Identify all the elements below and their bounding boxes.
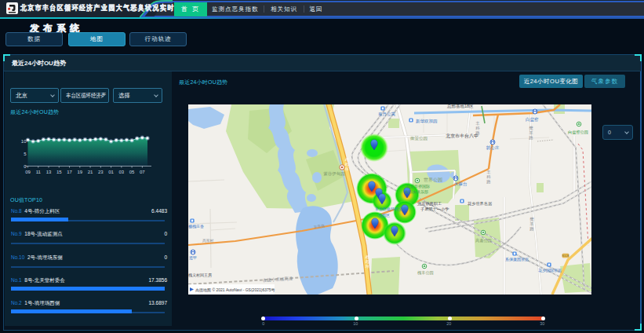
svg-text:07: 07 [140,170,145,174]
svg-text:13: 13 [46,170,52,174]
svg-text:路: 路 [486,179,491,184]
svg-text:榆槐庄香: 榆槐庄香 [188,224,204,229]
svg-text:高尔夫俱乐部: 高尔夫俱乐部 [405,189,428,195]
svg-text:新华双加园: 新华双加园 [416,119,438,124]
svg-text:路: 路 [475,130,480,135]
svg-text:15: 15 [56,170,62,174]
svg-text:北京铁路职工: 北京铁路职工 [417,201,442,207]
svg-text:看丹公寓: 看丹公寓 [378,112,396,117]
svg-text:路: 路 [529,226,534,231]
svg-text:17: 17 [67,170,72,174]
svg-text:造甲: 造甲 [189,255,197,260]
svg-text:09: 09 [25,170,31,174]
svg-text:白盆窑公园: 白盆窑公园 [568,130,588,135]
svg-text:北京华侨国际: 北京华侨国际 [406,184,430,189]
svg-text:世界公园: 世界公园 [424,177,442,183]
svg-text:花乡国际家居: 花乡国际家居 [538,268,562,273]
svg-text:槐丰公园: 槐丰公园 [417,270,434,276]
svg-text:高德地图 © 2021 AutoNavi - GS(2021: 高德地图 © 2021 AutoNavi - GS(2021)6375号 [195,287,275,293]
svg-text:高家村: 高家村 [202,238,214,243]
svg-text:23: 23 [98,170,104,174]
svg-text:高鑫公园: 高鑫公园 [475,238,492,243]
svg-text:05: 05 [129,170,135,174]
svg-text:郭公庄: 郭公庄 [486,145,500,151]
svg-text:槐义村回王房: 槐义村回王房 [188,273,212,278]
svg-text:紫谷伊甸园: 紫谷伊甸园 [323,171,345,177]
svg-text:子弟第十一小学: 子弟第十一小学 [420,207,449,211]
svg-text:01: 01 [108,170,114,174]
svg-text:大葆台: 大葆台 [454,181,468,186]
svg-text:路: 路 [529,135,533,140]
svg-text:10: 10 [21,139,27,144]
svg-text:03: 03 [118,170,124,174]
svg-text:白盆窑: 白盆窑 [526,117,539,123]
svg-text:S328: S328 [562,254,569,258]
svg-text:5: 5 [24,152,27,156]
svg-text:御景公园: 御景公园 [409,136,428,141]
svg-text:北京市丰台八中: 北京市丰台八中 [446,133,478,139]
svg-text:系倮康园家居: 系倮康园家居 [505,257,529,262]
svg-text:丰台区循环经济产: 丰台区循环经济产 [375,207,406,212]
svg-text:业园区: 业园区 [378,213,390,218]
svg-text:19: 19 [77,170,82,174]
svg-text:21: 21 [88,170,93,174]
svg-text:11: 11 [36,170,42,174]
svg-text:花乡世界名居: 花乡世界名居 [468,201,493,207]
